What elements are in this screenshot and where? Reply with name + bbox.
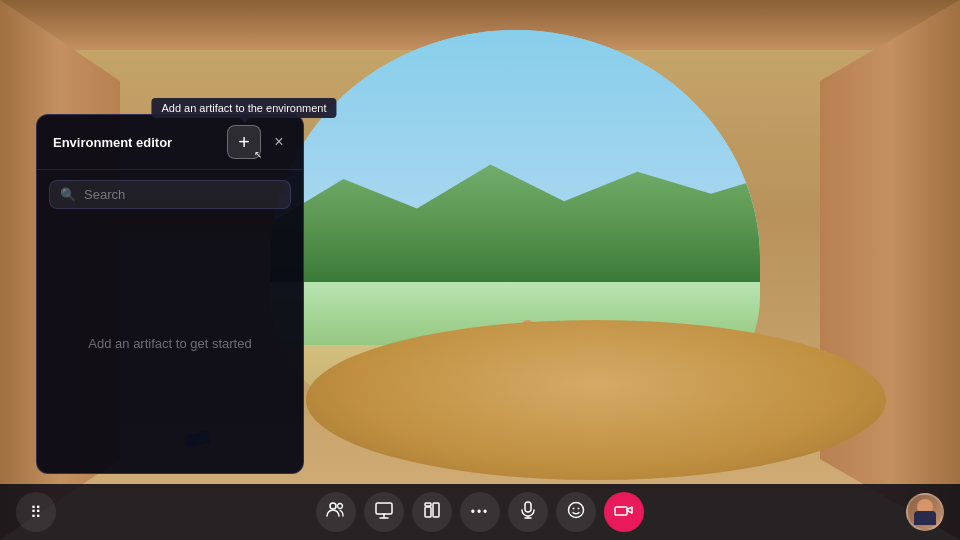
close-icon: × [274, 133, 283, 151]
svg-rect-2 [376, 503, 392, 514]
people-button[interactable] [316, 492, 356, 532]
more-icon: ••• [471, 505, 490, 519]
search-icon: 🔍 [60, 187, 76, 202]
svg-rect-5 [425, 503, 431, 506]
svg-rect-6 [525, 502, 531, 512]
more-button[interactable]: ••• [460, 492, 500, 532]
apps-button[interactable]: ⠿ [16, 492, 56, 532]
camera-button[interactable] [604, 492, 644, 532]
artifacts-icon [422, 500, 442, 524]
user-avatar [906, 493, 944, 531]
mic-icon [518, 500, 538, 524]
svg-rect-4 [433, 503, 439, 517]
artifacts-button[interactable] [412, 492, 452, 532]
mic-button[interactable] [508, 492, 548, 532]
svg-point-0 [330, 503, 336, 509]
user-avatar-button[interactable] [906, 493, 944, 531]
search-bar[interactable]: 🔍 [49, 180, 291, 209]
panel-header: Environment editor + Add an artifact to … [37, 115, 303, 170]
svg-rect-3 [425, 507, 431, 517]
close-button[interactable]: × [267, 130, 291, 154]
people-icon [326, 500, 346, 524]
search-input[interactable] [84, 187, 280, 202]
add-artifact-button[interactable]: + Add an artifact to the environment [227, 125, 261, 159]
plus-icon: + [238, 132, 250, 152]
empty-state-text: Add an artifact to get started [88, 336, 251, 351]
emoji-button[interactable] [556, 492, 596, 532]
right-wall [820, 0, 960, 540]
floor-platform [306, 320, 886, 480]
svg-point-8 [573, 508, 575, 510]
svg-point-9 [578, 508, 580, 510]
screen-icon [374, 500, 394, 524]
header-actions: + Add an artifact to the environment × [227, 125, 291, 159]
environment-editor-panel: Environment editor + Add an artifact to … [36, 114, 304, 474]
camera-icon [614, 500, 634, 524]
grid-icon: ⠿ [30, 503, 42, 522]
screen-share-button[interactable] [364, 492, 404, 532]
svg-point-7 [569, 503, 584, 518]
svg-point-1 [338, 504, 343, 509]
emoji-icon [566, 500, 586, 524]
avatar-mini-body [914, 511, 936, 525]
toolbar: ⠿ ••• [0, 484, 960, 540]
empty-state-message: Add an artifact to get started [37, 219, 303, 467]
panel-title: Environment editor [53, 135, 172, 150]
